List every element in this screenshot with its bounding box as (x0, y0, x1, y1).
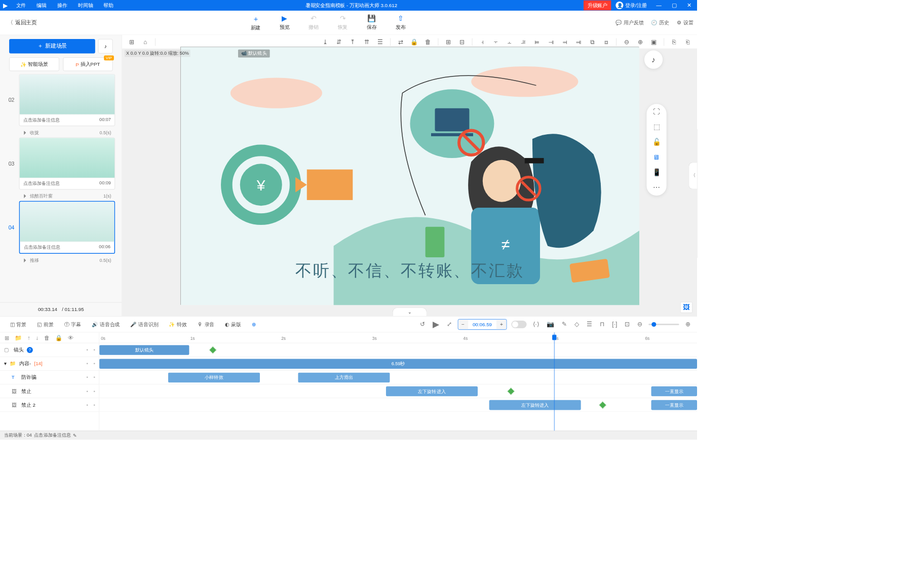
layer-lock-icon[interactable]: 🔒 (55, 334, 62, 341)
tab-record[interactable]: 🎙录音 (193, 317, 219, 332)
music-button[interactable]: ♪ (98, 39, 113, 54)
magnet-icon[interactable]: ⊓ (598, 321, 606, 328)
delete-icon[interactable]: 🗑 (422, 36, 433, 47)
tab-mask[interactable]: ◐蒙版 (220, 317, 246, 332)
group-icon[interactable]: ⊞ (443, 36, 453, 47)
scene-item-02[interactable]: 02 点击添加备注信息00:07 (7, 74, 115, 126)
filter-icon[interactable]: ☰ (585, 321, 594, 328)
track-text[interactable]: T 防诈骗 •• (0, 371, 99, 384)
tab-effects[interactable]: ✨特效 (164, 317, 191, 332)
playhead[interactable] (554, 332, 555, 431)
clip-lens[interactable]: 默认镜头 (99, 345, 189, 355)
scene-item-04[interactable]: 04 点击添加备注信息00:06 (7, 201, 115, 254)
settings-button[interactable]: ⚙设置 (677, 19, 693, 26)
align-t-icon[interactable]: ⫡ (518, 36, 529, 47)
fit-icon[interactable]: ▣ (648, 36, 659, 47)
track-forbid1[interactable]: 🖼 禁止 •• (0, 384, 99, 398)
align-hcenter-icon[interactable]: ⫟ (491, 36, 502, 47)
new-scene-button[interactable]: ＋新建场景 (9, 39, 95, 54)
back-home-button[interactable]: 〈 返回主页 (4, 19, 41, 26)
add-keyframe-button[interactable] (599, 401, 606, 409)
layer-up-icon[interactable]: ↑ (27, 334, 30, 341)
track-row-text[interactable]: 小样特效 上方滑出 (99, 371, 697, 384)
align-bottom-icon[interactable]: ⤓ (320, 36, 330, 47)
zoom-slider[interactable] (648, 324, 679, 325)
menu-edit[interactable]: 编辑 (31, 2, 52, 9)
expand-right-panel[interactable]: 〈 (688, 162, 697, 189)
align-m-icon[interactable]: ⫢ (532, 36, 543, 47)
time-plus-button[interactable]: + (496, 319, 507, 329)
ruler-icon[interactable]: ⊞ (126, 36, 137, 47)
loop-toggle[interactable] (512, 321, 527, 328)
menu-file[interactable]: 文件 (11, 2, 31, 9)
transition-row[interactable]: ⏵推移0.5(s) (7, 255, 115, 265)
tab-foreground[interactable]: ◱前景 (32, 317, 58, 332)
flip-h-icon[interactable]: ⇄ (395, 36, 406, 47)
edit-note-icon[interactable]: ✎ (73, 433, 77, 438)
copy-icon[interactable]: ⎘ (669, 36, 679, 47)
align-right-icon[interactable]: ⫠ (505, 36, 515, 47)
fit-icon[interactable]: ⊡ (623, 321, 631, 328)
fit-width-icon[interactable]: ⬚ (653, 123, 660, 131)
zoom-out-icon[interactable]: ⊖ (621, 36, 632, 47)
track-row-forbid1[interactable]: 左下旋转进入 一直显示 (99, 384, 697, 398)
track-row-content[interactable]: 6.59秒 (99, 357, 697, 371)
insert-ppt-tab[interactable]: P插入PPTVIP (63, 57, 112, 71)
clip-content[interactable]: 6.59秒 (99, 359, 697, 369)
paste-icon[interactable]: ⎗ (682, 36, 693, 47)
menu-help[interactable]: 帮助 (98, 2, 119, 9)
login-button[interactable]: 👤 登录/注册 (611, 2, 651, 9)
publish-button[interactable]: ⇧发布 (396, 14, 406, 31)
layer-folder-icon[interactable]: 📁 (15, 334, 22, 341)
add-keyframe-button[interactable] (507, 387, 515, 395)
distribute-icon[interactable]: ☰ (375, 36, 386, 47)
transition-row[interactable]: ⏵收拢0.5(s) (7, 128, 115, 138)
send-back-icon[interactable]: ⧉ (587, 36, 598, 47)
align-top2-icon[interactable]: ⇈ (361, 36, 372, 47)
track-content[interactable]: ▾ 📁 内容-[14] •• (0, 357, 99, 371)
tab-more[interactable]: ⊕ (247, 317, 260, 332)
tab-asr[interactable]: 🎤语音识别 (126, 317, 163, 332)
minimize-button[interactable]: — (651, 3, 666, 9)
save-button[interactable]: 💾保存 (367, 14, 377, 31)
expand-button[interactable]: ⤢ (445, 321, 453, 328)
clip-rot1[interactable]: 左下旋转进入 (386, 386, 478, 397)
layer-eye-icon[interactable]: 👁 (68, 334, 73, 341)
menu-timeline[interactable]: 时间轴 (72, 2, 98, 9)
fullscreen-icon[interactable]: ⛶ (653, 108, 660, 116)
timeline-ruler[interactable]: 0s 1s 2s 3s 4s 5s 6s VIP (99, 332, 697, 343)
history-button[interactable]: 🕘历史 (651, 19, 669, 26)
zoom-in-button[interactable]: ⊕ (684, 321, 692, 328)
desktop-icon[interactable]: 🖥 (653, 153, 660, 162)
redo-button[interactable]: ↷恢复 (338, 14, 348, 31)
rewind-button[interactable]: ↺ (418, 321, 427, 328)
music-float-button[interactable]: ♪ (644, 51, 663, 69)
upgrade-button[interactable]: 升级账户 (584, 1, 611, 11)
track-row-lens[interactable]: 默认镜头 (99, 343, 697, 357)
preview-button[interactable]: ▶预览 (280, 14, 290, 31)
align-top-icon[interactable]: ⤒ (348, 36, 358, 47)
layer-add-icon[interactable]: ⊞ (5, 334, 10, 341)
layer-delete-icon[interactable]: 🗑 (44, 334, 50, 341)
more-icon[interactable]: ⋯ (653, 183, 660, 192)
tab-tts[interactable]: 🔊语音合成 (87, 317, 124, 332)
clip-rot2[interactable]: 左下旋转进入 (489, 400, 581, 410)
help-icon[interactable]: ? (27, 347, 33, 353)
collapse-timeline-button[interactable]: ⌄ (393, 307, 427, 316)
dist-v-icon[interactable]: ⫥ (573, 36, 584, 47)
tab-background[interactable]: ◫背景 (6, 317, 31, 332)
chevron-down-icon[interactable]: ▾ (4, 361, 7, 366)
clip-show1[interactable]: 一直显示 (651, 386, 697, 397)
unlock-icon[interactable]: 🔓 (652, 138, 661, 146)
smart-scene-tab[interactable]: ✨智能场景 (9, 57, 59, 71)
keyframe-in-icon[interactable]: ⟨·⟩ (531, 321, 541, 328)
canvas-stage[interactable]: 📹默认镜头 ¥ (180, 47, 639, 304)
mobile-icon[interactable]: 📱 (652, 168, 661, 177)
time-minus-button[interactable]: − (458, 319, 468, 329)
layer-down-icon[interactable]: ↓ (36, 334, 39, 341)
add-keyframe-button[interactable] (209, 346, 217, 354)
camera-icon[interactable]: 📷 (545, 321, 556, 328)
scene-item-03[interactable]: 03 点击添加备注信息00:09 (7, 138, 115, 190)
track-lens[interactable]: ▢ 镜头 ? •• (0, 343, 99, 357)
edit-icon[interactable]: ✎ (560, 321, 568, 328)
